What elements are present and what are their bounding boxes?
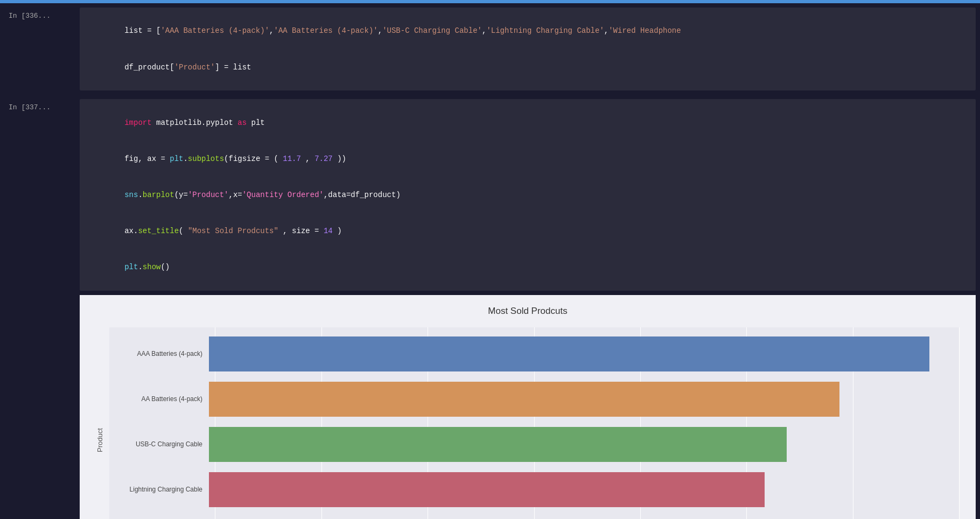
cell-336: In [336... list = ['AAA Batteries (4-pac… — [0, 3, 980, 95]
code-token: ax — [124, 227, 134, 235]
code-token: fig, ax = — [124, 155, 170, 163]
notebook-container: In [336... list = ['AAA Batteries (4-pac… — [0, 0, 980, 519]
bar-row-lightning: Lightning Charging Cable — [109, 468, 960, 511]
code-token: "Most Sold Prodcuts" — [188, 227, 278, 235]
bar-fill-usb — [209, 427, 787, 462]
bar-track-lightning — [209, 472, 960, 507]
cell-337-content[interactable]: import matplotlib.pyplot as plt fig, ax … — [80, 99, 976, 291]
code-token: 'AA Batteries (4-pack)' — [274, 26, 377, 35]
code-token: show — [143, 263, 161, 271]
code-token: 'Quantity Ordered' — [242, 191, 324, 199]
bar-track-aaa — [209, 336, 960, 371]
code-token: 'Wired Headphone — [608, 26, 681, 35]
code-token: plt — [124, 263, 138, 271]
cell-336-content[interactable]: list = ['AAA Batteries (4-pack)','AA Bat… — [80, 8, 976, 90]
chart-title: Most Sold Prodcuts — [96, 306, 960, 317]
chart-container: Most Sold Prodcuts Product — [80, 295, 976, 519]
bar-row-aa: AA Batteries (4-pack) — [109, 377, 960, 420]
cell-336-label: In [336... — [0, 8, 80, 20]
chart-inner: Product — [96, 327, 960, 519]
code-token: 'AAA Batteries (4-pack)' — [160, 26, 269, 35]
code-token: 'Product' — [188, 191, 229, 199]
bar-label-aa: AA Batteries (4-pack) — [109, 395, 209, 403]
bar-fill-lightning — [209, 472, 765, 507]
bar-label-lightning: Lightning Charging Cable — [109, 486, 209, 493]
code-token: barplot — [143, 191, 174, 199]
code-token: 'USB-C Charging Cable' — [382, 26, 482, 35]
code-token: 'Product' — [174, 63, 215, 72]
code-line-2: df_product['Product'] = list — [88, 49, 967, 85]
bar-label-aaa: AAA Batteries (4-pack) — [109, 350, 209, 357]
code-token: set_title — [138, 227, 179, 235]
code-token: , — [378, 26, 382, 35]
code-token: , — [301, 155, 314, 163]
bar-row-aaa: AAA Batteries (4-pack) — [109, 332, 960, 375]
code-token: ( — [179, 227, 188, 235]
code-token: ,data=df_product) — [324, 191, 401, 199]
code-token: , size = — [278, 227, 324, 235]
code-token: (figsize = ( — [224, 155, 283, 163]
bar-row-usb: USB-C Charging Cable — [109, 423, 960, 466]
code-token: . — [138, 191, 142, 199]
cell-337: In [337... import matplotlib.pyplot as p… — [0, 95, 980, 295]
code-line-import: import matplotlib.pyplot as plt — [88, 104, 967, 141]
code-line-barplot: sns.barplot(y='Product',x='Quantity Orde… — [88, 177, 967, 213]
code-token: = [ — [143, 26, 161, 35]
code-token: , — [604, 26, 608, 35]
code-token: () — [160, 263, 170, 271]
code-line-1: list = ['AAA Batteries (4-pack)','AA Bat… — [88, 13, 967, 49]
code-token: plt — [170, 155, 183, 163]
code-token: 7.27 — [314, 155, 333, 163]
code-token: subplots — [188, 155, 224, 163]
code-token: matplotlib.pyplot — [152, 118, 238, 127]
code-token: 14 — [324, 227, 333, 235]
code-token: (y= — [174, 191, 188, 199]
chart-output: Most Sold Prodcuts Product — [0, 295, 980, 519]
code-line-subplots: fig, ax = plt.subplots(figsize = ( 11.7 … — [88, 141, 967, 177]
code-token: list — [124, 26, 143, 35]
code-token: import — [124, 118, 151, 127]
bar-fill-aaa — [209, 336, 929, 371]
code-token: ] = list — [215, 63, 251, 72]
code-token: plt — [247, 118, 265, 127]
code-token: df_product[ — [124, 63, 174, 72]
code-token: ) — [333, 227, 342, 235]
cell-337-label: In [337... — [0, 99, 80, 111]
y-axis-label: Product — [96, 327, 104, 519]
code-line-show: plt.show() — [88, 249, 967, 285]
bar-label-usb: USB-C Charging Cable — [109, 440, 209, 448]
code-token: . — [138, 263, 142, 271]
code-token: as — [237, 118, 247, 127]
bar-track-aa — [209, 382, 960, 417]
code-token: )) — [333, 155, 346, 163]
code-token: sns — [124, 191, 138, 199]
bar-fill-aa — [209, 382, 839, 417]
code-line-settitle: ax.set_title( "Most Sold Prodcuts" , siz… — [88, 213, 967, 249]
code-token: . — [183, 155, 187, 163]
code-token: 'Lightning Charging Cable' — [486, 26, 604, 35]
code-token: 11.7 — [283, 155, 301, 163]
bar-track-usb — [209, 427, 960, 462]
code-token: ,x= — [229, 191, 242, 199]
